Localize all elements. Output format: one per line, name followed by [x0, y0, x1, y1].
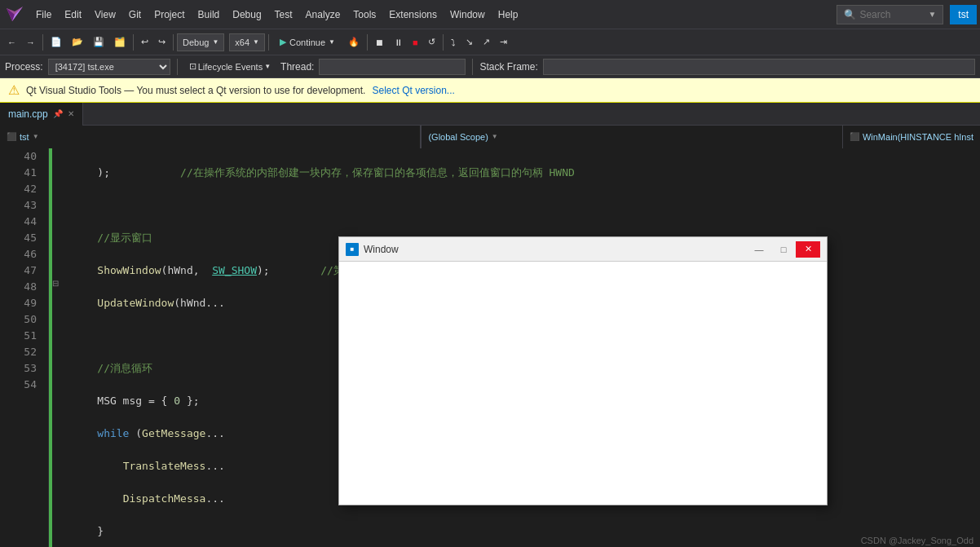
menu-bar: File Edit View Git Project Build Debug T… — [0, 0, 980, 29]
tab-filename: main.cpp — [8, 108, 48, 120]
step-into-icon[interactable]: ↘ — [461, 34, 477, 50]
lifecycle-events-button[interactable]: ⊡ Lifecycle Events ▼ — [184, 60, 276, 73]
scope-right-dropdown: ▼ — [492, 133, 498, 140]
run-to-cursor-icon[interactable]: ⇥ — [496, 34, 511, 50]
thread-label: Thread: — [280, 61, 314, 73]
open-folder-icon[interactable]: 📂 — [68, 34, 87, 50]
pause-icon[interactable]: ⏸ — [390, 35, 407, 50]
stack-frame-input[interactable] — [543, 59, 975, 75]
line-num-45: 45 — [0, 230, 42, 246]
platform-dropdown[interactable]: x64 ▼ — [229, 33, 265, 51]
overlay-window-icon: ■ — [346, 243, 359, 256]
restart-icon[interactable]: ↺ — [424, 34, 439, 50]
menu-extensions[interactable]: Extensions — [382, 6, 444, 24]
warning-icon: ⚠ — [8, 82, 20, 98]
line-num-53: 53 — [0, 360, 42, 377]
scope-func-label: WinMain(HINSTANCE hInst — [863, 132, 973, 142]
line-num-54: 54 — [0, 377, 42, 393]
warning-text: Qt Visual Studio Tools — You must select… — [26, 85, 365, 96]
overlay-title-buttons: — □ ✕ — [747, 241, 820, 258]
menu-view[interactable]: View — [88, 6, 122, 24]
menu-test[interactable]: Test — [268, 6, 299, 24]
search-input[interactable] — [859, 9, 925, 20]
menu-tools[interactable]: Tools — [347, 6, 382, 24]
scope-left-dropdown: ▼ — [33, 133, 39, 140]
toolbar-separator-3 — [173, 34, 174, 51]
vs-logo — [3, 3, 26, 26]
menu-debug[interactable]: Debug — [226, 6, 267, 24]
search-box[interactable]: 🔍 ▼ — [837, 5, 943, 24]
line-num-40: 40 — [0, 148, 42, 165]
thread-input[interactable] — [319, 59, 466, 75]
toolbar: ← → 📄 📂 💾 🗂️ ↩ ↪ Debug ▼ x64 ▼ ▶ Continu… — [0, 29, 980, 55]
toolbar-separator-6 — [443, 34, 444, 51]
lifecycle-label: Lifecycle Events — [198, 62, 263, 72]
overlay-body — [339, 262, 827, 505]
toolbar-separator-5 — [367, 34, 368, 51]
stop-icon[interactable]: ■ — [408, 35, 422, 50]
undo-icon[interactable]: ↩ — [137, 34, 152, 50]
config-label: Debug — [183, 37, 209, 47]
tab-close-button[interactable]: ✕ — [68, 109, 74, 118]
config-dropdown-arrow: ▼ — [212, 38, 219, 46]
overlay-minimize-button[interactable]: — — [747, 241, 771, 258]
line-num-49: 49 — [0, 295, 42, 311]
overlay-titlebar: ■ Window — □ ✕ — [339, 237, 827, 262]
overlay-close-button[interactable]: ✕ — [796, 241, 820, 258]
continue-button[interactable]: ▶ Continue ▼ — [272, 34, 342, 50]
process-separator — [177, 59, 178, 75]
menu-git[interactable]: Git — [122, 6, 148, 24]
back-button[interactable]: ← — [3, 35, 20, 50]
menu-help[interactable]: Help — [492, 6, 525, 24]
new-file-icon[interactable]: 📄 — [46, 34, 66, 50]
select-qt-version-link[interactable]: Select Qt version... — [372, 85, 454, 96]
stack-frame-label: Stack Frame: — [479, 61, 537, 73]
scope-right-label: (Global Scope) — [428, 132, 488, 142]
fold-icon-48[interactable]: ⊟ — [52, 279, 65, 295]
process-label: Process: — [5, 61, 43, 73]
step-over-icon[interactable]: ⤵ — [447, 35, 460, 50]
forward-button[interactable]: → — [22, 35, 39, 50]
tab-pin-icon: 📌 — [53, 109, 63, 118]
process-select[interactable]: [34172] tst.exe — [48, 59, 170, 75]
line-num-42: 42 — [0, 181, 42, 197]
menu-items: File Edit View Git Project Build Debug T… — [29, 6, 524, 24]
play-icon: ▶ — [280, 37, 286, 47]
fire-icon[interactable]: 🔥 — [344, 34, 364, 50]
step-out-icon[interactable]: ↗ — [479, 34, 494, 50]
toolbar-separator-4 — [268, 34, 269, 51]
menu-file[interactable]: File — [29, 6, 58, 24]
scope-left[interactable]: ⬛ tst ▼ — [0, 126, 421, 148]
menu-analyze[interactable]: Analyze — [299, 6, 347, 24]
menu-window[interactable]: Window — [444, 6, 492, 24]
breakpoint-icon[interactable]: ⏹ — [371, 35, 388, 50]
process-bar: Process: [34172] tst.exe ⊡ Lifecycle Eve… — [0, 55, 980, 78]
menu-build[interactable]: Build — [192, 6, 227, 24]
platform-label: x64 — [235, 37, 249, 47]
line-num-46: 46 — [0, 246, 42, 262]
save-all-icon[interactable]: 🗂️ — [110, 34, 130, 50]
line-numbers: 40 41 42 43 44 45 46 47 48 49 50 51 52 5… — [0, 148, 49, 547]
fold-gutter: ⊟ — [52, 148, 65, 547]
menu-edit[interactable]: Edit — [58, 6, 88, 24]
redo-icon[interactable]: ↪ — [154, 34, 170, 50]
menu-project[interactable]: Project — [148, 6, 191, 24]
scope-func[interactable]: ⬛ WinMain(HINSTANCE hInst — [842, 126, 980, 148]
lifecycle-icon: ⊡ — [189, 61, 196, 72]
tab-row: main.cpp 📌 ✕ — [0, 103, 980, 126]
editor-area: 40 41 42 43 44 45 46 47 48 49 50 51 52 5… — [0, 148, 980, 547]
toolbar-separator-2 — [133, 34, 134, 51]
save-icon[interactable]: 💾 — [89, 34, 108, 50]
watermark: CSDN @Jackey_Song_Odd — [861, 536, 973, 545]
code-line-41 — [72, 197, 973, 214]
config-dropdown[interactable]: Debug ▼ — [177, 33, 224, 51]
tst-tab[interactable]: tst — [950, 5, 977, 24]
main-cpp-tab[interactable]: main.cpp 📌 ✕ — [0, 103, 83, 126]
code-line-40: ); //在操作系统的内部创建一块内存，保存窗口的各项信息，返回值窗口的句柄 H… — [72, 165, 973, 181]
line-num-48: 48 — [0, 279, 42, 295]
scope-right[interactable]: (Global Scope) ▼ — [421, 126, 841, 148]
overlay-maximize-button[interactable]: □ — [771, 241, 796, 258]
code-line-51: } — [72, 523, 973, 540]
line-num-50: 50 — [0, 311, 42, 328]
scope-func-icon: ⬛ — [850, 132, 859, 141]
